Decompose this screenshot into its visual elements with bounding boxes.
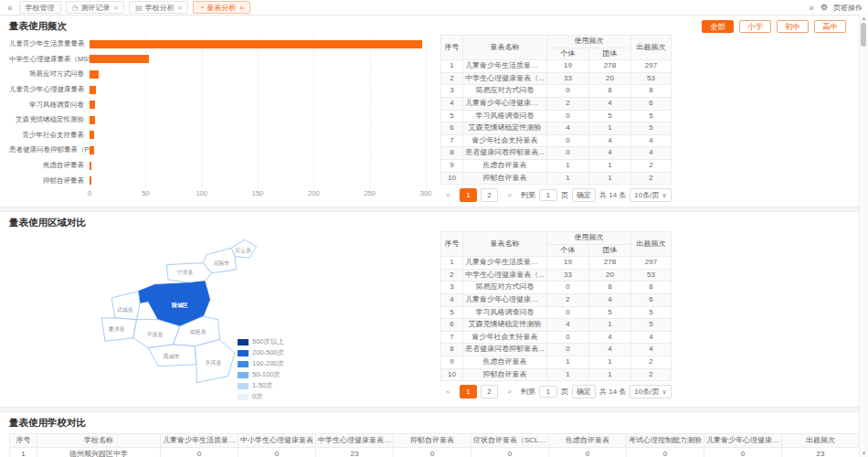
table-row: 5学习风格调查问卷055 (441, 110, 672, 122)
col-group: 团体 (589, 244, 631, 257)
legend-swatch (238, 339, 249, 345)
next-page-button[interactable]: > (502, 189, 517, 201)
expand-tabs-icon[interactable]: » (807, 3, 816, 13)
value-cell: 2 (441, 72, 463, 85)
pagination-1: < 1 2 > 到第 页 确定 共 14 条 10条/页 ∨ (440, 188, 672, 202)
total-count: 共 14 条 (599, 190, 626, 200)
legend-item: 0次 (238, 392, 284, 401)
scroll-up-icon[interactable]: ▲ (860, 15, 868, 22)
value-cell: 297 (631, 60, 672, 73)
page-1-button[interactable]: 1 (460, 385, 477, 399)
x-axis-tick: 150 (252, 189, 264, 197)
value-cell: 1 (547, 368, 589, 381)
tab-label: 测评记录 (81, 3, 111, 13)
jump-confirm-button[interactable]: 确定 (572, 385, 596, 399)
table-row: 6艾森克情绪稳定性测验415 (441, 122, 672, 135)
value-cell: 1 (589, 122, 631, 135)
bar-row: 儿童青少年心理健康量表 (9, 82, 429, 98)
table-row: 1德州顺兴园区中学00230000023 (10, 448, 860, 457)
bar-儿童青少年心理健康量表[interactable] (90, 86, 96, 94)
usage-table-1: 序号 量表名称 使用频次 出题频次 个体 团体 1儿童青少年生活质量量表1927… (440, 35, 672, 185)
bar-简易应对方式问卷[interactable] (90, 70, 99, 79)
jump-page-input[interactable] (539, 189, 557, 201)
tab-量表分析[interactable]: ◔量表分析× (193, 1, 250, 14)
bar-track (90, 176, 426, 185)
legend-item: 500次以上 (238, 337, 284, 346)
scale-name-cell: 儿童青少年心理健康量表 (463, 293, 547, 306)
bar-track (90, 55, 426, 63)
value-cell: 0 (547, 110, 589, 122)
map-region-武城县[interactable] (111, 292, 140, 320)
value-cell: 2 (441, 269, 463, 282)
school-col-header: 考试心理控制能力测验 (627, 434, 704, 448)
bar-row: 焦虑自评量表 (9, 158, 429, 174)
value-cell: 0 (547, 134, 589, 147)
scale-name-cell: 中学生心理健康量表（... (463, 72, 547, 85)
tab-测评记录[interactable]: ◷测评记录× (66, 1, 125, 14)
value-cell: 6 (441, 319, 463, 332)
table-row: 5学习风格调查问卷055 (441, 306, 672, 319)
bar-category-label: 儿童青少年心理健康量表 (9, 85, 90, 94)
jump-page-input[interactable] (539, 386, 557, 398)
next-page-button[interactable]: > (502, 386, 517, 398)
filter-button-高中[interactable]: 高中 (814, 20, 846, 33)
value-cell: 1 (547, 159, 589, 172)
filter-button-全部[interactable]: 全部 (702, 20, 734, 33)
page-2-button[interactable]: 2 (481, 385, 498, 399)
table-row: 10抑郁自评量表112 (441, 368, 672, 381)
value-cell: 4 (441, 97, 463, 110)
school-level-filter: 全部小学初中高中 (702, 20, 846, 33)
value-cell: 0 (547, 282, 589, 294)
filter-button-小学[interactable]: 小学 (739, 20, 771, 33)
page-2-button[interactable]: 2 (481, 188, 498, 202)
prev-page-button[interactable]: < (440, 189, 456, 201)
x-axis-tick: 200 (308, 189, 320, 197)
vertical-scrollbar[interactable]: ▲ ▼ (859, 15, 868, 457)
tab-学校管理[interactable]: 学校管理 (19, 1, 61, 14)
section-title-region: 量表使用区域对比 (9, 217, 86, 229)
collapse-tabs-icon[interactable]: « (5, 3, 15, 13)
map-region-label: 宁津县 (176, 271, 193, 277)
scroll-down-icon[interactable]: ▼ (860, 450, 868, 457)
jump-confirm-button[interactable]: 确定 (572, 188, 596, 202)
usage-table-2: 序号 量表名称 使用频次 出题频次 个体 团体 1儿童青少年生活质量量表1927… (440, 231, 672, 381)
bar-中学生心理健康量表（MSSMHS）[interactable] (90, 55, 149, 63)
bar-焦虑自评量表[interactable] (90, 162, 91, 170)
page-1-button[interactable]: 1 (460, 188, 477, 202)
value-cell: 0 (394, 448, 471, 457)
value-cell: 1 (589, 319, 631, 332)
school-col-header: 抑郁自评量表 (394, 434, 471, 448)
legend-label: 200-500次 (252, 348, 284, 357)
bar-category-label: 简易应对方式问卷 (9, 69, 90, 79)
close-icon[interactable]: × (239, 4, 244, 12)
scale-name-cell: 焦虑自评量表 (463, 159, 547, 172)
value-cell: 0 (627, 448, 704, 457)
school-col-header: 症状自评量表（SCL-90）（青少年版） (471, 434, 549, 448)
close-icon[interactable]: × (178, 4, 183, 12)
chevron-down-icon: ∨ (662, 189, 666, 201)
bar-儿童青少年生活质量量表[interactable] (90, 40, 422, 48)
bar-艾森克情绪稳定性测验[interactable] (90, 116, 95, 124)
bar-患者健康问卷抑郁量表（PHQ-9）[interactable] (90, 146, 94, 154)
page-size-select[interactable]: 10条/页 ∨ (630, 188, 671, 202)
filter-button-初中[interactable]: 初中 (777, 20, 809, 33)
page-size-select[interactable]: 10条/页 ∨ (630, 385, 671, 399)
school-col-header: 出题频次 (782, 434, 860, 448)
bar-抑郁自评量表[interactable] (90, 176, 91, 185)
bar-track (90, 70, 426, 79)
value-cell: 1 (589, 172, 631, 185)
panel-school-comparison: 量表使用学校对比 序号学校名称儿童青少年生活质量量表中小学生心理健康量表中学生心… (0, 412, 868, 457)
scrollbar-thumb[interactable] (861, 23, 866, 47)
bar-青少年社会支持量表[interactable] (90, 131, 94, 139)
value-cell: 8 (589, 282, 631, 294)
bar-track (90, 40, 426, 48)
value-cell: 4 (631, 134, 672, 147)
close-icon[interactable]: × (114, 4, 119, 12)
value-cell: 6 (631, 97, 672, 110)
prev-page-button[interactable]: < (440, 386, 456, 398)
tab-actions-button[interactable]: ⚙ 页签操作 (820, 3, 863, 13)
tab-学校分析[interactable]: ▤学校分析× (129, 1, 188, 14)
scale-name-cell: 艾森克情绪稳定性测验 (463, 122, 547, 135)
usage-bar-chart: 儿童青少年生活质量量表中学生心理健康量表（MSSMHS）简易应对方式问卷儿童青少… (9, 37, 429, 199)
bar-学习风格调查问卷[interactable] (90, 101, 95, 109)
